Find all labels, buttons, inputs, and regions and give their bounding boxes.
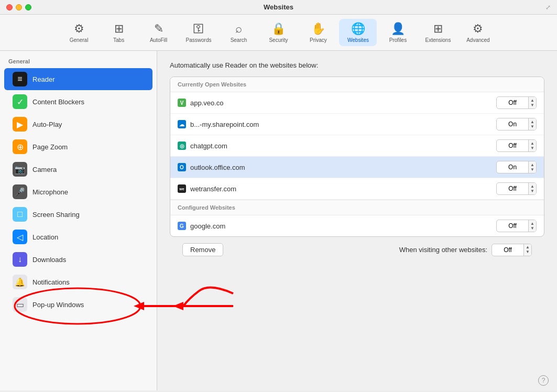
notifications-icon: 🔔: [13, 275, 27, 289]
expand-icon[interactable]: ⤢: [545, 4, 551, 11]
other-websites-container: When visiting other websites: Off On ▲ ▼: [399, 244, 532, 256]
sidebar-item-reader[interactable]: ≡Reader: [4, 68, 152, 90]
sidebar-item-camera[interactable]: 📷Camera: [4, 158, 152, 180]
other-websites-label: When visiting other websites:: [399, 246, 487, 254]
autofill-icon: ✎: [154, 22, 163, 36]
favicon-chatgpt: ◎: [178, 141, 186, 150]
toolbar-item-autofill[interactable]: ✎AutoFill: [140, 19, 178, 46]
toolbar-label-websites: Websites: [347, 37, 369, 43]
autoplay-icon: ▶: [13, 117, 27, 132]
sidebar-item-screensharing[interactable]: □Screen Sharing: [4, 203, 152, 225]
screensharing-icon: □: [13, 207, 27, 222]
favicon-google: G: [178, 222, 186, 230]
remove-button[interactable]: Remove: [182, 243, 223, 256]
toolbar-label-tabs: Tabs: [113, 37, 124, 43]
websites-panel: Currently Open Websites Vapp.veo.coOffOn…: [170, 77, 544, 237]
other-websites-arrows[interactable]: ▲ ▼: [523, 244, 531, 256]
location-icon: ◁: [13, 230, 27, 244]
toolbar-label-profiles: Profiles: [389, 37, 407, 43]
sidebar-item-microphone[interactable]: 🎤Microphone: [4, 181, 152, 203]
other-websites-dropdown[interactable]: Off On: [492, 244, 523, 256]
site-dropdown-wetransfer[interactable]: OffOn: [497, 183, 528, 194]
sidebar-item-content-blockers[interactable]: ✓Content Blockers: [4, 91, 152, 113]
pagezoom-icon: ⊕: [13, 139, 27, 154]
site-dropdown-veo[interactable]: OffOn: [497, 97, 528, 108]
toolbar-label-passwords: Passwords: [186, 37, 212, 43]
minimize-button[interactable]: [16, 4, 22, 10]
site-dropdown-chatgpt[interactable]: OffOn: [497, 140, 528, 151]
toolbar-item-search[interactable]: ⌕Search: [220, 19, 257, 46]
toolbar-label-advanced: Advanced: [466, 37, 489, 43]
configured-section: Configured WebsitesGgoogle.comOffOn▲▼: [170, 200, 544, 236]
site-arrows-sharepoint[interactable]: ▲▼: [528, 118, 536, 130]
site-dropdown-sharepoint[interactable]: OffOn: [497, 118, 528, 130]
sidebar-label-reader: Reader: [32, 75, 55, 83]
close-button[interactable]: [6, 4, 13, 10]
toolbar-item-advanced[interactable]: ⚙Advanced: [459, 19, 497, 46]
favicon-veo: V: [178, 99, 186, 107]
sidebar-label-popupwindows: Pop-up Windows: [32, 301, 84, 309]
sidebar-label-camera: Camera: [32, 166, 57, 173]
sidebar-label-screensharing: Screen Sharing: [32, 211, 80, 219]
site-dropdown-google[interactable]: OffOn: [497, 220, 528, 232]
site-arrows-google[interactable]: ▲▼: [528, 220, 536, 232]
toolbar-item-tabs[interactable]: ⊞Tabs: [100, 19, 138, 46]
sidebar-item-popupwindows[interactable]: ▭Pop-up Windows: [4, 293, 152, 315]
sidebar-item-pagezoom[interactable]: ⊕Page Zoom: [4, 136, 152, 158]
tabs-icon: ⊞: [114, 22, 124, 36]
website-row: ◎chatgpt.comOffOn▲▼: [170, 135, 544, 157]
advanced-icon: ⚙: [473, 22, 483, 36]
site-select-sharepoint[interactable]: OffOn▲▼: [496, 118, 537, 130]
site-select-outlook[interactable]: OffOn▲▼: [496, 161, 537, 173]
site-name-google: google.com: [190, 222, 492, 230]
site-name-sharepoint: b...-my.sharepoint.com: [190, 121, 492, 128]
toolbar-item-websites[interactable]: 🌐Websites: [339, 19, 377, 46]
main-content: General ≡Reader✓Content Blockers▶Auto-Pl…: [0, 51, 557, 390]
website-row: Ggoogle.comOffOn▲▼: [170, 215, 544, 236]
site-dropdown-outlook[interactable]: OffOn: [497, 161, 528, 173]
sidebar-item-autoplay[interactable]: ▶Auto-Play: [4, 113, 152, 135]
website-row: Ooutlook.office.comOffOn▲▼: [170, 157, 544, 178]
toolbar-item-passwords[interactable]: ⚿Passwords: [180, 19, 218, 46]
toolbar-label-general: General: [70, 37, 89, 43]
sidebar-item-location[interactable]: ◁Location: [4, 226, 152, 248]
sidebar-label-content-blockers: Content Blockers: [32, 98, 84, 106]
site-arrows-veo[interactable]: ▲▼: [528, 97, 536, 108]
sidebar-item-notifications[interactable]: 🔔Notifications: [4, 271, 152, 293]
bottom-bar: Remove When visiting other websites: Off…: [170, 237, 544, 263]
content-area: Automatically use Reader on the websites…: [157, 51, 557, 390]
toolbar-item-profiles[interactable]: 👤Profiles: [379, 19, 417, 46]
toolbar-item-extensions[interactable]: ⊞Extensions: [419, 19, 457, 46]
window-title: Websites: [264, 3, 293, 11]
site-name-veo: app.veo.co: [190, 99, 492, 107]
site-select-google[interactable]: OffOn▲▼: [496, 220, 537, 232]
sidebar-item-downloads[interactable]: ↓Downloads: [4, 248, 152, 270]
sidebar-section-label: General: [0, 56, 157, 68]
sidebar: General ≡Reader✓Content Blockers▶Auto-Pl…: [0, 51, 157, 390]
site-select-chatgpt[interactable]: OffOn▲▼: [496, 139, 537, 152]
toolbar-label-privacy: Privacy: [310, 37, 327, 43]
site-select-wetransfer[interactable]: OffOn▲▼: [496, 182, 537, 195]
help-button[interactable]: ?: [538, 375, 549, 386]
content-blockers-icon: ✓: [13, 94, 27, 109]
site-arrows-outlook[interactable]: ▲▼: [528, 161, 536, 173]
toolbar-item-security[interactable]: 🔒Security: [259, 19, 297, 46]
sidebar-label-autoplay: Auto-Play: [32, 121, 62, 128]
toolbar-item-general[interactable]: ⚙General: [60, 19, 98, 46]
site-select-veo[interactable]: OffOn▲▼: [496, 96, 537, 109]
maximize-button[interactable]: [25, 4, 31, 10]
reader-icon: ≡: [13, 72, 27, 86]
site-arrows-chatgpt[interactable]: ▲▼: [528, 140, 536, 151]
website-row: Vapp.veo.coOffOn▲▼: [170, 92, 544, 114]
site-arrows-wetransfer[interactable]: ▲▼: [528, 183, 536, 194]
toolbar: ⚙General⊞Tabs✎AutoFill⚿Passwords⌕Search🔒…: [0, 15, 557, 51]
other-websites-select[interactable]: Off On ▲ ▼: [492, 244, 532, 256]
toolbar-item-privacy[interactable]: ✋Privacy: [299, 19, 337, 46]
search-icon: ⌕: [235, 22, 242, 36]
content-header: Automatically use Reader on the websites…: [170, 61, 544, 69]
extensions-icon: ⊞: [433, 22, 443, 36]
favicon-outlook: O: [178, 163, 186, 171]
sidebar-label-downloads: Downloads: [32, 256, 66, 264]
traffic-lights: [6, 4, 31, 10]
toolbar-label-security: Security: [269, 37, 288, 43]
